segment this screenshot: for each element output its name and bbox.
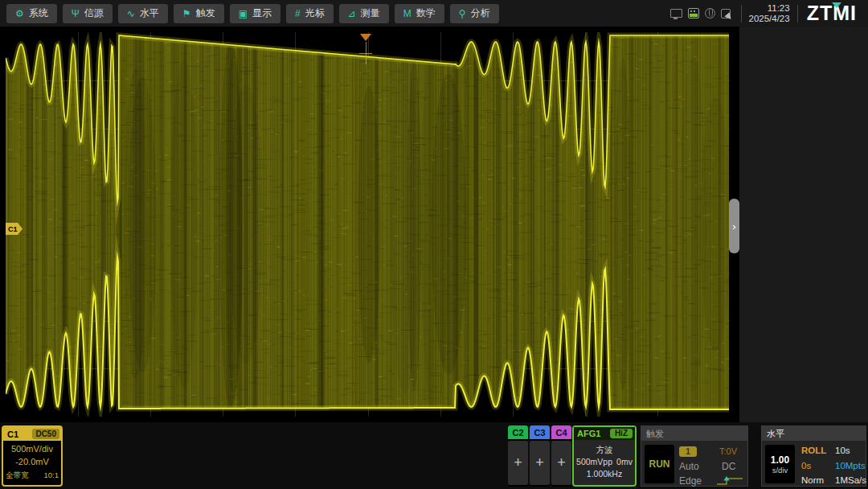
timebase-scale-box[interactable]: 1.00 s/div bbox=[765, 445, 795, 483]
menu-button-system[interactable]: ⚙ 系统 bbox=[6, 4, 57, 23]
monitor-icon: ▣ bbox=[239, 9, 248, 18]
menu-label: 数学 bbox=[416, 6, 436, 20]
topbar-divider bbox=[741, 5, 742, 23]
trigger-mode-label: Auto bbox=[679, 461, 699, 472]
memory-depth-value: 10Mpts bbox=[835, 461, 866, 471]
plus-icon: + bbox=[557, 454, 566, 471]
network-icon bbox=[705, 8, 715, 18]
triangle-ruler-icon: ⊿ bbox=[348, 9, 356, 18]
menu-button-trigger[interactable]: ⚑ 触发 bbox=[174, 4, 224, 23]
trigger-type-label: Edge bbox=[679, 475, 702, 487]
channel1-coupling-badge: DC50 bbox=[32, 429, 59, 439]
channel1-header: C1 DC50 bbox=[3, 427, 61, 441]
flag-icon: ⚑ bbox=[182, 9, 191, 18]
trigger-source-badge[interactable]: 1 bbox=[679, 446, 697, 457]
top-menu-bar: ⚙ 系统 Ψ 信源 ∿ 水平 ⚑ 触发 ▣ 显示 # 光标 ⊿ 测量 M 数学 bbox=[0, 0, 868, 27]
channel1-label: C1 bbox=[7, 429, 18, 439]
channel1-scale: 500mV/div bbox=[3, 444, 61, 454]
trigger-panel[interactable]: 触发 RUN 1 T:0V Auto DC Edge bbox=[641, 425, 748, 487]
horizontal-panel[interactable]: 水平 1.00 s/div ROLL 10s 0s 10Mpts Norm 1M… bbox=[761, 425, 866, 487]
channel3-add-button[interactable]: + bbox=[530, 441, 550, 485]
channel3-label: C3 bbox=[530, 425, 550, 439]
antenna-icon: Ψ bbox=[72, 9, 80, 18]
channel2-add-box[interactable]: C2 + bbox=[508, 425, 528, 487]
acquisition-state-box[interactable]: RUN bbox=[645, 445, 674, 483]
trigger-level-value: T:0V bbox=[719, 446, 737, 456]
rising-edge-icon bbox=[716, 475, 743, 487]
channel1-offset: -20.0mV bbox=[3, 457, 61, 466]
menu-label: 分析 bbox=[471, 6, 490, 20]
crosshair-grid-icon: # bbox=[295, 9, 301, 18]
acquire-type-label: Norm bbox=[801, 475, 824, 485]
touch-icon bbox=[721, 9, 731, 18]
sample-rate-value: 1MSa/s bbox=[835, 475, 866, 485]
menu-button-math[interactable]: M 数学 bbox=[395, 4, 444, 23]
menu-button-source[interactable]: Ψ 信源 bbox=[63, 4, 113, 23]
timebase-scale-value: 1.00 bbox=[771, 454, 789, 466]
afg1-frequency: 1.000kHz bbox=[574, 468, 635, 480]
oscilloscope-screen: ⚙ 系统 Ψ 信源 ∿ 水平 ⚑ 触发 ▣ 显示 # 光标 ⊿ 测量 M 数学 bbox=[0, 0, 868, 489]
clock: 11:23 2025/4/23 bbox=[749, 3, 790, 24]
channel1-details: 500mV/div -20.0mV 全带宽 10:1 bbox=[3, 444, 61, 481]
trigger-panel-title: 触发 bbox=[641, 426, 747, 441]
chevron-right-icon: › bbox=[732, 220, 735, 232]
sidebar-expand-handle[interactable]: › bbox=[729, 199, 739, 253]
magnifier-icon: ⚲ bbox=[459, 9, 466, 18]
topbar-divider bbox=[797, 5, 798, 23]
afg1-waveform-type: 方波 bbox=[574, 444, 635, 456]
channel2-label: C2 bbox=[508, 425, 528, 439]
plus-icon: + bbox=[535, 454, 544, 471]
menu-label: 光标 bbox=[305, 6, 325, 20]
brand-logo-triangle-icon bbox=[832, 2, 841, 8]
menu-label: 水平 bbox=[140, 6, 159, 20]
run-state-label: RUN bbox=[649, 458, 670, 470]
timebase-scale-unit: s/div bbox=[772, 466, 788, 475]
wave-icon: ∿ bbox=[127, 9, 135, 18]
menu-button-analysis[interactable]: ⚲ 分析 bbox=[450, 4, 499, 23]
afg1-details: 方波 500mVpp0mv 1.000kHz bbox=[574, 440, 635, 480]
afg1-impedance-badge: HiZ bbox=[610, 429, 633, 438]
afg1-info-box[interactable]: AFG1 HiZ 方波 500mVpp0mv 1.000kHz bbox=[572, 425, 637, 487]
horizontal-position-value: 0s bbox=[801, 461, 811, 471]
waveform-canvas[interactable] bbox=[6, 32, 730, 417]
channel2-add-button[interactable]: + bbox=[508, 441, 528, 485]
channel1-info-box[interactable]: C1 DC50 500mV/div -20.0mV 全带宽 10:1 bbox=[2, 425, 63, 487]
channel4-add-box[interactable]: C4 + bbox=[551, 425, 571, 487]
right-sidebar bbox=[739, 27, 868, 422]
status-icon-group bbox=[670, 8, 731, 18]
channel3-add-box[interactable]: C3 + bbox=[530, 425, 550, 487]
menu-label: 测量 bbox=[361, 6, 380, 20]
channel4-add-button[interactable]: + bbox=[551, 441, 571, 485]
math-m-icon: M bbox=[403, 9, 411, 18]
brand-logo: ZTMI bbox=[807, 2, 857, 25]
afg1-header: AFG1 HiZ bbox=[574, 427, 635, 440]
menu-button-measure[interactable]: ⊿ 测量 bbox=[339, 4, 389, 23]
network-display-icon bbox=[670, 9, 682, 18]
menu-label: 触发 bbox=[196, 6, 215, 20]
menu-label: 信源 bbox=[84, 6, 104, 20]
clock-time: 11:23 bbox=[749, 3, 790, 14]
channel4-label: C4 bbox=[551, 425, 571, 439]
menu-label: 系统 bbox=[29, 6, 48, 20]
channel1-probe-ratio: 10:1 bbox=[44, 471, 59, 481]
waveform-display[interactable]: C1 bbox=[6, 32, 730, 417]
time-span-value: 10s bbox=[835, 446, 850, 455]
trigger-coupling-label: DC bbox=[722, 461, 735, 472]
afg1-amplitude: 500mVpp bbox=[576, 457, 612, 466]
menu-button-horizontal[interactable]: ∿ 水平 bbox=[118, 4, 168, 23]
clock-date: 2025/4/23 bbox=[749, 14, 790, 24]
menu-label: 显示 bbox=[252, 6, 272, 20]
channel1-bandwidth: 全带宽 bbox=[6, 471, 29, 481]
bottom-status-bar: C1 DC50 500mV/div -20.0mV 全带宽 10:1 C2 + … bbox=[0, 422, 868, 489]
usb-storage-icon bbox=[688, 8, 699, 18]
afg1-offset: 0mv bbox=[616, 457, 633, 466]
acquisition-mode-label: ROLL bbox=[801, 446, 826, 455]
horizontal-panel-title: 水平 bbox=[762, 426, 866, 441]
menu-button-display[interactable]: ▣ 显示 bbox=[230, 4, 280, 23]
afg1-label: AFG1 bbox=[577, 429, 600, 438]
menu-button-cursor[interactable]: # 光标 bbox=[286, 4, 334, 23]
gear-icon: ⚙ bbox=[15, 9, 24, 18]
plus-icon: + bbox=[514, 454, 522, 471]
